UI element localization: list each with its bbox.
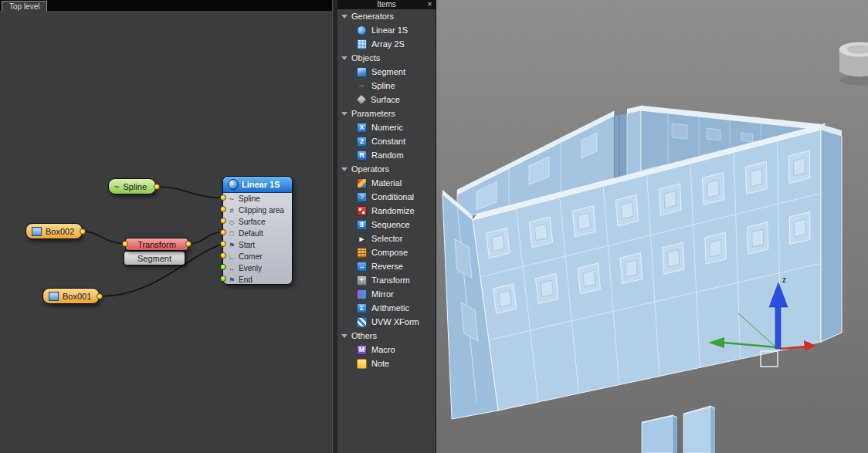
default-input-icon: □ [228, 230, 236, 238]
reverse-icon: ↔ [357, 262, 367, 272]
conditional-icon: ? [357, 192, 367, 202]
item-array-2s[interactable]: Array 2S [337, 37, 436, 51]
segment-icon [357, 67, 367, 77]
item-selector[interactable]: ►Selector [337, 232, 436, 245]
input-socket-linear-start[interactable] [220, 241, 226, 247]
item-mirror[interactable]: Mirror [337, 287, 436, 301]
linear-input-row-spline: ~ Spline [223, 193, 292, 205]
item-segment[interactable]: Segment [337, 65, 436, 79]
item-label: Macro [371, 345, 395, 354]
item-conditional[interactable]: ?Conditional [337, 190, 436, 204]
wire-spline-to-linear [157, 187, 222, 198]
item-random[interactable]: RRandom [337, 148, 436, 162]
group-label: Others [351, 331, 377, 340]
collapse-arrow-icon [341, 56, 348, 60]
item-note[interactable]: Note [337, 357, 436, 370]
mirror-icon [357, 289, 367, 299]
input-socket-linear-spline[interactable] [220, 194, 226, 201]
node-box001[interactable]: Box001 [42, 288, 100, 304]
item-transform[interactable]: +Transform [337, 273, 436, 287]
corner-input-icon: ∟ [228, 253, 236, 261]
group-parameters[interactable]: Parameters [337, 106, 436, 120]
item-sequence[interactable]: 8Sequence [337, 218, 436, 232]
output-socket-box001[interactable] [97, 293, 103, 299]
viewport-3d[interactable]: z [436, 0, 868, 453]
linear-input-row-start: ⚑ Start [223, 239, 292, 251]
selector-icon: ► [357, 234, 367, 244]
input-socket-linear-corner[interactable] [220, 252, 226, 259]
items-panel: Items × Generators Linear 1S Array 2S Ob… [337, 0, 436, 453]
viewport-scene[interactable]: z [436, 0, 868, 453]
input-socket-linear-surface[interactable] [220, 218, 226, 224]
item-label: Mirror [371, 289, 394, 299]
items-panel-title: Items [377, 0, 395, 8]
node-box002[interactable]: Box002 [25, 223, 83, 239]
item-uvw-xform[interactable]: UVW XForm [337, 315, 436, 329]
item-linear-1s[interactable]: Linear 1S [337, 23, 436, 37]
linear-input-row-evenly: ↔ Evenly [223, 262, 292, 274]
group-operators[interactable]: Operators [337, 162, 436, 176]
node-transform[interactable]: Transform [125, 238, 188, 251]
item-label: Material [371, 178, 402, 188]
input-socket-linear-evenly[interactable] [220, 264, 226, 270]
linear-input-row-surface: ◇ Surface [223, 216, 292, 228]
node-linear-1s-header[interactable]: Linear 1S [223, 177, 292, 193]
item-numeric[interactable]: XNumeric [337, 120, 436, 134]
item-label: Segment [371, 67, 405, 76]
item-surface[interactable]: Surface [337, 93, 436, 106]
node-segment[interactable]: Segment [124, 251, 185, 265]
generator-gear-icon [228, 179, 239, 190]
constant-icon: 2 [357, 137, 367, 147]
item-label: Compose [371, 248, 408, 257]
item-constant[interactable]: 2Constant [337, 134, 436, 148]
node-segment-label: Segment [137, 254, 171, 263]
linear-input-row-default: □ Default [223, 228, 292, 239]
output-socket-transform[interactable] [185, 241, 192, 247]
linear-input-label: Surface [239, 218, 265, 226]
item-label: Surface [371, 95, 400, 104]
output-socket-spline[interactable] [154, 184, 160, 190]
input-socket-linear-clipping-area[interactable] [220, 206, 226, 212]
node-graph-canvas[interactable]: Top level ~ Spline Box002 Transform Segm… [0, 0, 332, 453]
macro-icon: M [357, 345, 367, 355]
item-macro[interactable]: MMacro [337, 343, 436, 357]
node-spline[interactable]: ~ Spline [108, 178, 156, 194]
close-icon[interactable]: × [426, 0, 434, 9]
array-2s-icon [357, 39, 367, 49]
spline-icon: ~ [114, 182, 119, 191]
item-label: Reverse [371, 262, 403, 271]
group-others[interactable]: Others [337, 329, 436, 343]
axis-z-label: z [782, 276, 786, 284]
item-label: Spline [371, 81, 395, 90]
item-label: UVW XForm [371, 317, 419, 326]
node-linear-1s[interactable]: Linear 1S ~ Spline # Clipping area ◇ Sur… [222, 176, 293, 285]
group-generators[interactable]: Generators [337, 9, 436, 23]
spline-input-icon: ~ [228, 195, 236, 203]
node-box002-label: Box002 [46, 227, 74, 236]
linear-input-row-clipping-area: # Clipping area [223, 205, 292, 216]
item-label: Transform [371, 276, 410, 285]
uvw-xform-icon [357, 317, 367, 327]
compose-icon [357, 248, 367, 258]
item-reverse[interactable]: ↔Reverse [337, 259, 436, 273]
item-label: Selector [371, 234, 402, 243]
item-spline[interactable]: ~Spline [337, 79, 436, 93]
input-socket-transform[interactable] [122, 241, 128, 247]
item-material[interactable]: Material [337, 176, 436, 190]
input-socket-linear-end[interactable] [220, 276, 226, 282]
collapse-arrow-icon [341, 334, 348, 338]
spline-icon: ~ [357, 81, 367, 91]
group-objects[interactable]: Objects [337, 51, 436, 65]
surface-icon [356, 94, 367, 105]
wire-transform-to-linear [188, 232, 222, 244]
collapse-arrow-icon [341, 15, 348, 19]
railclone-style-editor-window: Top level ~ Spline Box002 Transform Segm… [0, 0, 868, 453]
item-randomize[interactable]: Randomize [337, 204, 436, 218]
linear-input-row-corner: ∟ Corner [223, 251, 292, 262]
background-object-cylinder[interactable] [839, 42, 868, 86]
item-compose[interactable]: Compose [337, 245, 436, 259]
output-socket-box002[interactable] [80, 228, 86, 235]
item-arithmetic[interactable]: ΣArithmetic [337, 301, 436, 315]
linear-input-label: End [239, 276, 253, 284]
input-socket-linear-default[interactable] [220, 229, 226, 235]
